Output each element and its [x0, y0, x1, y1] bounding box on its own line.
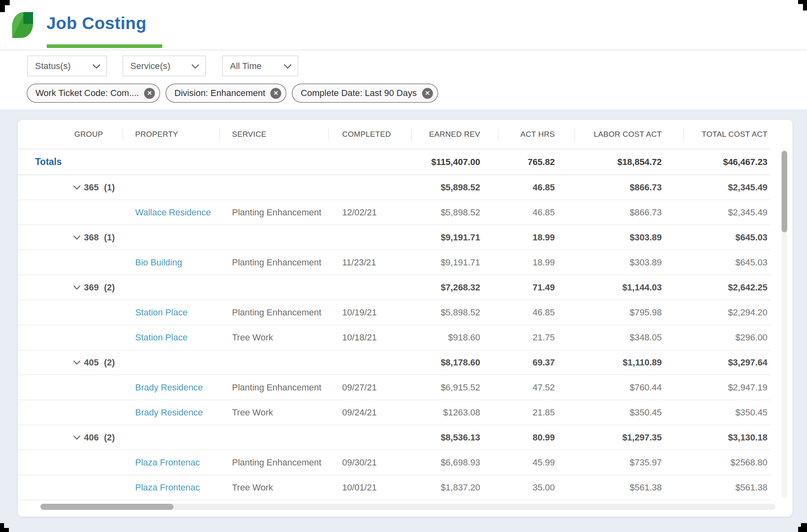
remove-filter-icon[interactable]: ✕ [270, 88, 281, 99]
group-total-cost-act: $3,297.64 [684, 357, 771, 368]
group-count: (1) [104, 182, 115, 193]
act-hrs-cell: 46.85 [498, 207, 575, 218]
property-link[interactable]: Wallace Residence [123, 207, 220, 218]
filter-band: Status(s) Service(s) All Time Work Ticke… [0, 50, 807, 109]
remove-filter-icon[interactable]: ✕ [144, 88, 155, 99]
labor-cost-act-cell: $303.89 [575, 257, 684, 268]
property-link[interactable]: Station Place [123, 307, 220, 318]
column-header-total-cost-act[interactable]: TOTAL COST ACT [684, 127, 771, 141]
chevron-down-icon [92, 61, 100, 69]
group-act-hrs: 71.49 [498, 282, 575, 293]
column-header-labor-cost-act[interactable]: LABOR COST ACT [575, 127, 684, 141]
earned-rev-cell: $6,698.93 [412, 457, 498, 468]
labor-cost-act-cell: $350.45 [575, 407, 684, 418]
group-labor-cost-act: $303.89 [575, 232, 684, 243]
totals-total-cost-act: $46,467.23 [684, 157, 771, 167]
filter-chip-label: Work Ticket Code: Com.... [36, 88, 139, 98]
service-cell: Tree Work [220, 332, 329, 343]
table-row: Station Place Tree Work 10/18/21 $918.60… [18, 325, 771, 350]
group-earned-rev: $7,268.32 [412, 282, 498, 293]
totals-earned-rev: $115,407.00 [412, 157, 498, 167]
property-link[interactable]: Brady Residence [123, 382, 220, 393]
filter-chip-label: Complete Date: Last 90 Days [301, 88, 416, 98]
table-body: 365 (1) $5,898.52 46.85 $866.73 $2,345.4… [18, 175, 792, 500]
group-earned-rev: $8,536.13 [412, 432, 498, 443]
leaf-icon [12, 12, 33, 38]
vertical-scrollbar[interactable] [782, 150, 787, 498]
service-cell: Planting Enhancement [220, 307, 329, 318]
column-header-group[interactable]: GROUP [18, 127, 123, 141]
horizontal-scrollbar[interactable] [40, 504, 776, 510]
property-link[interactable]: Brady Residence [123, 407, 220, 418]
column-header-completed[interactable]: COMPLETED [329, 127, 412, 141]
earned-rev-cell: $1,837.20 [412, 482, 498, 493]
property-link[interactable]: Bio Building [123, 257, 220, 268]
job-costing-table-card: GROUP PROPERTY SERVICE COMPLETED EARNED … [18, 120, 792, 517]
group-total-cost-act: $2,642.25 [684, 282, 771, 293]
chevron-down-icon [191, 61, 199, 69]
filter-chip-complete-date[interactable]: Complete Date: Last 90 Days ✕ [292, 83, 438, 103]
status-filter-dropdown[interactable]: Status(s) [27, 56, 107, 76]
totals-label: Totals [18, 156, 123, 167]
group-earned-rev: $9,191.71 [412, 232, 498, 243]
group-toggle[interactable]: 405 (2) [18, 357, 123, 368]
act-hrs-cell: 46.85 [498, 307, 575, 318]
totals-act-hrs: 765.82 [498, 157, 575, 167]
service-cell: Planting Enhancement [220, 382, 329, 393]
property-link[interactable]: Plaza Frontenac [123, 457, 220, 468]
chevron-down-icon [73, 232, 80, 240]
total-cost-act-cell: $561.38 [684, 482, 771, 493]
service-cell: Planting Enhancement [220, 257, 329, 268]
table-row: Station Place Planting Enhancement 10/19… [18, 300, 771, 325]
act-hrs-cell: 18.99 [498, 257, 575, 268]
group-act-hrs: 69.37 [498, 357, 575, 368]
chevron-down-icon [73, 432, 80, 440]
horizontal-scrollbar-thumb[interactable] [40, 504, 174, 510]
service-cell: Tree Work [220, 482, 329, 493]
earned-rev-cell: $918.60 [412, 332, 498, 343]
group-toggle[interactable]: 365 (1) [18, 182, 123, 193]
time-filter-dropdown[interactable]: All Time [222, 56, 298, 76]
completed-cell: 09/30/21 [329, 457, 412, 468]
column-header-act-hrs[interactable]: ACT HRS [498, 127, 575, 141]
column-header-property[interactable]: PROPERTY [123, 127, 220, 141]
chevron-down-icon [73, 182, 80, 190]
group-labor-cost-act: $1,110.89 [575, 357, 684, 368]
title-band: Job Costing [0, 0, 807, 50]
service-cell: Planting Enhancement [220, 207, 329, 218]
column-header-service[interactable]: SERVICE [220, 127, 329, 141]
group-code: 405 [84, 357, 99, 368]
service-filter-label: Service(s) [130, 61, 170, 71]
chevron-down-icon [284, 61, 292, 69]
labor-cost-act-cell: $795.98 [575, 307, 684, 318]
act-hrs-cell: 47.52 [498, 382, 575, 393]
filter-chip-label: Division: Enhancement [174, 88, 265, 98]
group-toggle[interactable]: 406 (2) [18, 432, 123, 443]
remove-filter-icon[interactable]: ✕ [422, 88, 433, 99]
group-row: 365 (1) $5,898.52 46.85 $866.73 $2,345.4… [18, 175, 771, 200]
earned-rev-cell: $6,915.52 [412, 382, 498, 393]
status-filter-label: Status(s) [35, 61, 71, 71]
completed-cell: 12/02/21 [329, 207, 412, 218]
leaf-icon-dark-facet [23, 12, 33, 24]
table-row: Brady Residence Tree Work 09/24/21 $1263… [18, 400, 771, 425]
group-count: (2) [104, 282, 115, 293]
group-toggle[interactable]: 369 (2) [18, 282, 123, 293]
table-row: Plaza Frontenac Planting Enhancement 09/… [18, 450, 771, 475]
group-earned-rev: $8,178.60 [412, 357, 498, 368]
property-link[interactable]: Station Place [123, 332, 220, 343]
filter-chip-row: Work Ticket Code: Com.... ✕ Division: En… [27, 83, 438, 103]
act-hrs-cell: 45.99 [498, 457, 575, 468]
filter-chip-work-ticket-code[interactable]: Work Ticket Code: Com.... ✕ [27, 83, 160, 103]
column-header-earned-rev[interactable]: EARNED REV [412, 127, 498, 141]
property-link[interactable]: Plaza Frontenac [123, 482, 220, 493]
group-toggle[interactable]: 368 (1) [18, 232, 123, 243]
group-count: (1) [104, 232, 115, 243]
filter-chip-division[interactable]: Division: Enhancement ✕ [165, 83, 286, 103]
table-row: Brady Residence Planting Enhancement 09/… [18, 375, 771, 400]
group-code: 368 [84, 232, 99, 243]
vertical-scrollbar-thumb[interactable] [782, 151, 787, 232]
earned-rev-cell: $5,898.52 [412, 307, 498, 318]
totals-labor-cost-act: $18,854.72 [575, 157, 684, 167]
service-filter-dropdown[interactable]: Service(s) [123, 56, 206, 76]
